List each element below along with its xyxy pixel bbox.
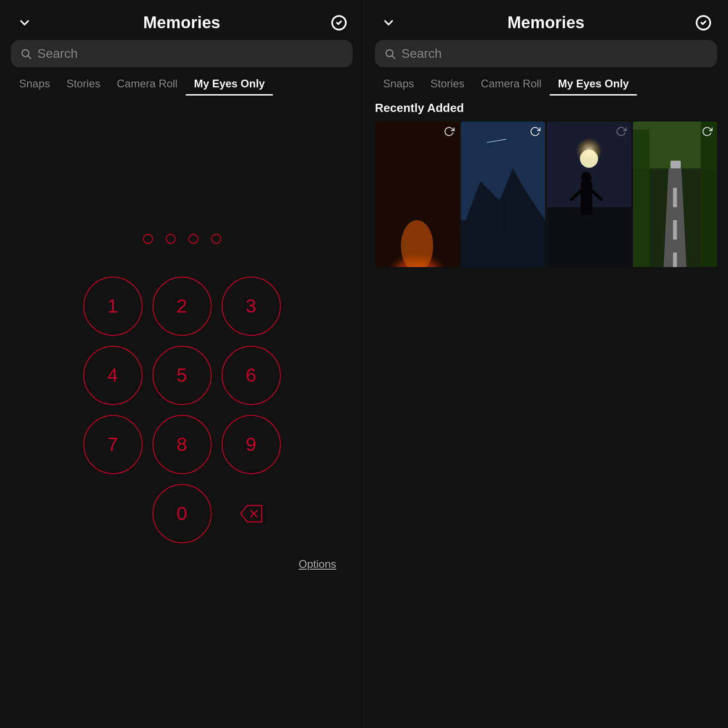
- photo-1-svg: [375, 121, 459, 267]
- right-header: Memories: [364, 0, 728, 40]
- svg-rect-14: [496, 207, 505, 230]
- key-8[interactable]: 8: [152, 415, 212, 474]
- pin-dot-4: [211, 234, 221, 244]
- keypad-grid: 1 2 3 4 5 6 7 8 9 0: [83, 277, 281, 543]
- photo-item-4[interactable]: [633, 121, 717, 267]
- right-header-title: Memories: [507, 13, 585, 32]
- left-panel: Memories Search Snaps Stories Camera Rol…: [0, 0, 364, 728]
- key-6[interactable]: 6: [222, 346, 281, 405]
- refresh-icon-1[interactable]: [444, 126, 455, 140]
- key-4[interactable]: 4: [83, 346, 142, 405]
- photo-item-1[interactable]: [375, 121, 459, 267]
- key-0[interactable]: 0: [152, 484, 212, 543]
- svg-point-15: [496, 199, 505, 209]
- svg-point-20: [580, 150, 598, 168]
- key-2[interactable]: 2: [152, 277, 212, 336]
- left-search-placeholder: Search: [37, 46, 78, 61]
- recently-added-label: Recently Added: [375, 101, 717, 115]
- left-tab-stories[interactable]: Stories: [58, 73, 109, 95]
- photo-item-2[interactable]: [461, 121, 545, 267]
- photo-3-svg: [547, 121, 631, 267]
- options-row: Options: [0, 558, 364, 571]
- options-link[interactable]: Options: [298, 558, 336, 571]
- left-check-icon[interactable]: [329, 13, 349, 33]
- right-search-icon: [384, 48, 396, 60]
- right-check-icon[interactable]: [693, 13, 713, 33]
- photo-item-3[interactable]: [547, 121, 631, 267]
- right-tab-stories[interactable]: Stories: [422, 73, 473, 95]
- right-panel: Memories Search Snaps Stories Camera Rol…: [364, 0, 728, 728]
- svg-rect-31: [673, 188, 677, 207]
- svg-rect-33: [673, 253, 677, 267]
- right-tab-snaps[interactable]: Snaps: [375, 73, 422, 95]
- svg-rect-22: [581, 182, 592, 215]
- svg-line-2: [28, 56, 30, 58]
- left-tabs: Snaps Stories Camera Roll My Eyes Only: [0, 73, 364, 95]
- left-tab-my-eyes-only[interactable]: My Eyes Only: [186, 73, 273, 95]
- content-section: Recently Added: [364, 95, 728, 728]
- key-7[interactable]: 7: [83, 415, 142, 474]
- key-empty: [83, 484, 142, 543]
- left-header: Memories: [0, 0, 364, 40]
- svg-rect-21: [547, 207, 631, 267]
- key-5[interactable]: 5: [152, 346, 212, 405]
- left-search-bar[interactable]: Search: [11, 40, 353, 67]
- key-backspace[interactable]: [222, 484, 281, 543]
- svg-rect-28: [633, 130, 649, 267]
- key-3[interactable]: 3: [222, 277, 281, 336]
- refresh-icon-4[interactable]: [702, 126, 713, 140]
- left-chevron-down[interactable]: [15, 13, 35, 33]
- photo-grid: [375, 121, 717, 267]
- pin-dot-2: [166, 234, 176, 244]
- svg-point-1: [22, 50, 29, 56]
- svg-line-7: [392, 56, 394, 58]
- right-search-placeholder: Search: [401, 46, 442, 61]
- right-tabs: Snaps Stories Camera Roll My Eyes Only: [364, 73, 728, 95]
- pin-dots: [143, 234, 221, 244]
- svg-point-23: [581, 172, 592, 183]
- key-1[interactable]: 1: [83, 277, 142, 336]
- photo-2-svg: [461, 121, 545, 267]
- left-tab-camera-roll[interactable]: Camera Roll: [109, 73, 186, 95]
- svg-point-6: [386, 50, 393, 56]
- right-search-bar[interactable]: Search: [375, 40, 717, 67]
- left-tab-snaps[interactable]: Snaps: [11, 73, 58, 95]
- key-9[interactable]: 9: [222, 415, 281, 474]
- pin-dot-3: [188, 234, 198, 244]
- pin-dot-1: [143, 234, 153, 244]
- right-tab-my-eyes-only[interactable]: My Eyes Only: [550, 73, 637, 95]
- left-header-title: Memories: [143, 13, 221, 32]
- right-tab-camera-roll[interactable]: Camera Roll: [473, 73, 550, 95]
- svg-rect-32: [673, 220, 677, 240]
- left-search-icon: [20, 48, 32, 60]
- svg-rect-34: [671, 161, 681, 168]
- keypad-section: 1 2 3 4 5 6 7 8 9 0 Options: [0, 95, 364, 728]
- refresh-icon-2[interactable]: [530, 126, 541, 140]
- refresh-icon-3[interactable]: [616, 126, 627, 140]
- photo-4-svg: [633, 121, 717, 267]
- svg-rect-29: [701, 121, 717, 267]
- right-chevron-down[interactable]: [379, 13, 399, 33]
